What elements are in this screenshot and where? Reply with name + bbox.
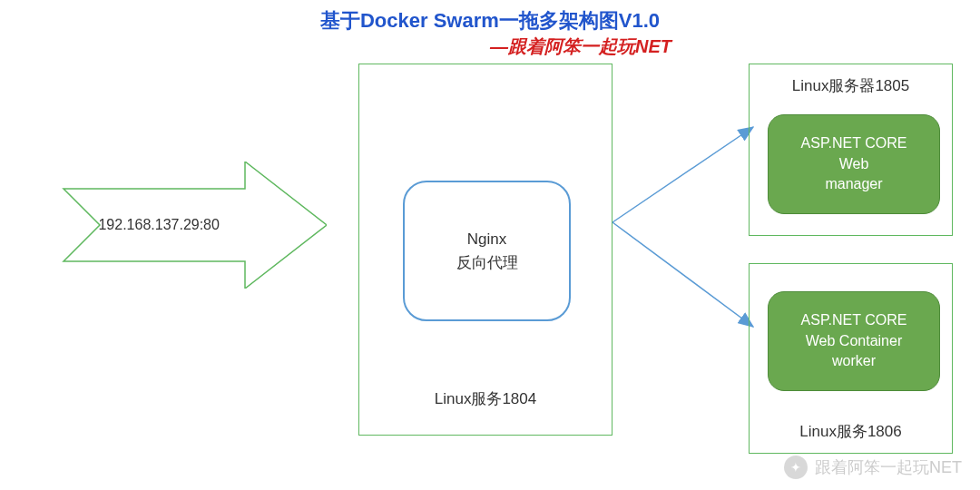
watermark: ✦ 跟着阿笨一起玩NET — [784, 456, 962, 479]
svg-line-1 — [612, 222, 753, 327]
nginx-title: Nginx — [467, 228, 506, 251]
watermark-text: 跟着阿笨一起玩NET — [815, 456, 962, 478]
right1-app-line1: ASP.NET CORE — [801, 133, 907, 153]
right-server-2-box: ASP.NET CORE Web Container worker Linux服… — [749, 263, 953, 454]
entry-arrow: 192.168.137.29:80 — [27, 162, 327, 289]
aspnet-manager-box: ASP.NET CORE Web manager — [768, 114, 940, 214]
center-caption: Linux服务1804 — [359, 388, 612, 409]
wechat-icon: ✦ — [784, 456, 808, 479]
right2-app-line3: worker — [832, 351, 876, 371]
diagram-title: 基于Docker Swarm一拖多架构图V1.0 — [320, 7, 660, 34]
right-server-1-box: Linux服务器1805 ASP.NET CORE Web manager — [749, 64, 953, 236]
right2-app-line1: ASP.NET CORE — [801, 310, 907, 330]
nginx-subtitle: 反向代理 — [456, 251, 518, 275]
diagram-subtitle: —跟着阿笨一起玩NET — [490, 34, 671, 59]
aspnet-worker-box: ASP.NET CORE Web Container worker — [768, 291, 940, 391]
svg-line-0 — [612, 127, 753, 222]
right1-app-line3: manager — [825, 174, 882, 194]
nginx-box: Nginx 反向代理 — [403, 181, 571, 321]
right2-caption: Linux服务1806 — [750, 421, 952, 442]
center-server-box: Nginx 反向代理 Linux服务1804 — [358, 64, 612, 436]
entry-ip-label: 192.168.137.29:80 — [98, 217, 219, 233]
right2-app-line2: Web Container — [806, 331, 902, 351]
right1-caption: Linux服务器1805 — [750, 75, 952, 96]
connector-arrows — [608, 64, 762, 372]
right1-app-line2: Web — [839, 154, 869, 174]
